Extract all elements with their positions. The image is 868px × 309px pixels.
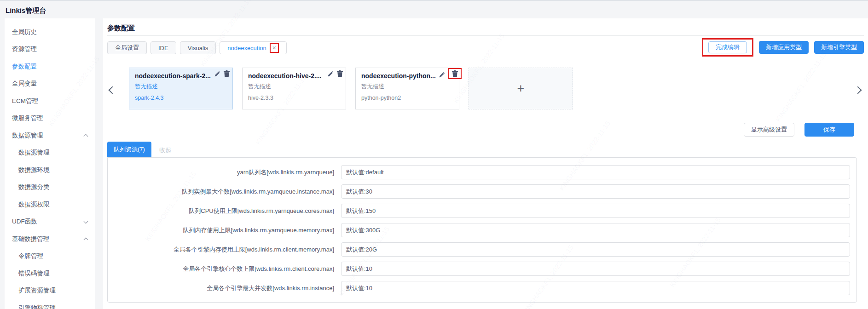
card-version: hive-2.3.3 (248, 95, 340, 101)
sidebar-item[interactable]: 扩展资源管理 (5, 282, 95, 300)
form-row: yarn队列名[wds.linkis.rm.yarnqueue] (108, 165, 856, 179)
sidebar-item-label: 基础数据管理 (12, 235, 84, 243)
sidebar-item[interactable]: UDF函数 (5, 213, 95, 231)
engine-card-list: nodeexecution-spark-2... 暂无描述 spark-2.4.… (129, 68, 459, 109)
app-header: Linkis管理台 (0, 0, 868, 18)
sidebar-item-label: UDF函数 (12, 217, 84, 226)
tab-label: IDE (158, 45, 168, 52)
sidebar-item[interactable]: 错误码管理 (5, 265, 95, 282)
config-label: 队列内存使用上限[wds.linkis.rm.yarnqueue.memory.… (108, 223, 334, 237)
top-actions: 完成编辑 新增应用类型 新增引擎类型 (702, 38, 864, 57)
sidebar-item-label: 令牌管理 (18, 252, 87, 260)
category-tab[interactable]: IDE × (150, 41, 176, 54)
chevron-left-icon[interactable] (109, 86, 116, 94)
show-advanced-button[interactable]: 显示高级设置 (744, 123, 794, 137)
sidebar-item-label: 数据源环境 (18, 166, 87, 174)
app-title: Linkis管理台 (6, 6, 46, 15)
card-description: 暂无描述 (248, 83, 340, 91)
category-tab[interactable]: 全局设置 × (107, 41, 147, 54)
chevron-icon[interactable] (84, 238, 88, 242)
sidebar-item[interactable]: 数据源分类 (5, 179, 95, 196)
card-title: nodeexecution-hive-2.... (248, 72, 327, 80)
add-engine-type-button[interactable]: 新增引擎类型 (814, 41, 864, 54)
sidebar-item-label: 全局变量 (12, 80, 87, 88)
sidebar-item[interactable]: 数据源环境 (5, 161, 95, 179)
sidebar-item-label: 微服务管理 (12, 114, 87, 122)
annotation-box: × (270, 43, 279, 53)
section-divider (107, 140, 857, 140)
sidebar-item-label: 数据源分类 (18, 183, 87, 191)
trash-icon[interactable] (448, 68, 462, 79)
config-input[interactable] (341, 281, 850, 295)
config-input[interactable] (341, 242, 850, 257)
settings-actions: 显示高级设置 保存 (744, 123, 854, 137)
form-row: 队列实例最大个数[wds.linkis.rm.yarnqueue.instanc… (108, 184, 856, 199)
page-title: 参数配置 (107, 24, 135, 33)
config-label: 队列CPU使用上限[wds.linkis.rm.yarnqueue.cores.… (108, 204, 334, 218)
engine-card[interactable]: nodeexecution-python... 暂无描述 python-pyth… (355, 68, 459, 109)
tab-queue-resources[interactable]: 队列资源(7) (107, 142, 151, 157)
config-input[interactable] (341, 204, 850, 218)
engine-card[interactable]: nodeexecution-hive-2.... 暂无描述 hive-2.3.3 (242, 68, 346, 109)
main-content: 参数配置 全局设置 × IDE × Visualis × nodeexecuti… (103, 18, 868, 309)
sidebar-item[interactable]: 资源管理 (5, 41, 95, 58)
sidebar-item[interactable]: 参数配置 (5, 58, 95, 75)
card-icons (214, 70, 230, 77)
config-input[interactable] (341, 165, 850, 179)
sidebar-item-label: 数据源权限 (18, 200, 87, 209)
card-description: 暂无描述 (135, 83, 227, 91)
sidebar-item-label: 扩展资源管理 (18, 286, 87, 295)
config-label: 全局各个引擎核心个数上限[wds.linkis.rm.client.core.m… (108, 262, 334, 276)
chevron-icon[interactable] (84, 134, 88, 139)
collapse-link[interactable]: 收起 (159, 146, 171, 154)
add-engine-card[interactable]: + (469, 68, 573, 109)
sidebar-item[interactable]: 令牌管理 (5, 248, 95, 265)
sidebar-item-label: 引擎物料管理 (18, 304, 87, 309)
sidebar-item-label: ECM管理 (12, 97, 87, 105)
sidebar-item[interactable]: 基础数据管理 (5, 230, 95, 248)
sidebar-item[interactable]: 全局变量 (5, 75, 95, 93)
sidebar-item[interactable]: 全局历史 (5, 23, 95, 41)
sidebar-item[interactable]: ECM管理 (5, 92, 95, 110)
config-label: 队列实例最大个数[wds.linkis.rm.yarnqueue.instanc… (108, 184, 334, 199)
card-description: 暂无描述 (361, 83, 453, 91)
sidebar-item-label: 参数配置 (12, 63, 87, 71)
trash-icon[interactable] (224, 70, 230, 77)
sidebar-item-label: 错误码管理 (18, 269, 87, 278)
annotation-box: 完成编辑 (702, 38, 753, 57)
add-app-type-button[interactable]: 新增应用类型 (759, 41, 809, 54)
sidebar-item[interactable]: 数据源管理 (5, 144, 95, 162)
sidebar-item[interactable]: 微服务管理 (5, 110, 95, 127)
form-row: 全局各个引擎最大并发数[wds.linkis.rm.instance] (108, 281, 856, 295)
plus-icon: + (517, 81, 525, 96)
category-tab[interactable]: nodeexecution × (220, 41, 287, 54)
close-icon[interactable]: × (272, 44, 276, 52)
engine-cards: nodeexecution-spark-2... 暂无描述 spark-2.4.… (129, 68, 573, 109)
form-row: 队列CPU使用上限[wds.linkis.rm.yarnqueue.cores.… (108, 204, 856, 218)
config-input[interactable] (341, 184, 850, 199)
pencil-icon[interactable] (328, 71, 334, 77)
tab-label: 全局设置 (115, 44, 139, 52)
chevron-right-icon[interactable] (854, 86, 862, 94)
sidebar-item[interactable]: 数据源管理 (5, 127, 95, 144)
title-divider (107, 35, 864, 36)
sidebar-item[interactable]: 数据源权限 (5, 196, 95, 213)
card-version: python-python2 (361, 95, 453, 101)
engine-card[interactable]: nodeexecution-spark-2... 暂无描述 spark-2.4.… (129, 68, 233, 109)
config-input[interactable] (341, 262, 850, 276)
category-tab[interactable]: Visualis × (180, 41, 216, 54)
sidebar-item[interactable]: 引擎物料管理 (5, 299, 95, 309)
form-row: 全局各个引擎核心个数上限[wds.linkis.rm.client.core.m… (108, 262, 856, 276)
config-input[interactable] (341, 223, 850, 237)
form-row: 队列内存使用上限[wds.linkis.rm.yarnqueue.memory.… (108, 223, 856, 237)
save-button[interactable]: 保存 (804, 123, 854, 137)
card-icons (328, 70, 343, 77)
pencil-icon[interactable] (439, 72, 445, 78)
chevron-icon[interactable] (84, 219, 88, 223)
pencil-icon[interactable] (214, 71, 220, 77)
tab-label: nodeexecution (227, 45, 266, 52)
finish-edit-button[interactable]: 完成编辑 (708, 41, 747, 53)
sidebar-item-label: 资源管理 (12, 45, 87, 53)
trash-icon[interactable] (337, 70, 343, 77)
category-tabs: 全局设置 × IDE × Visualis × nodeexecution × (107, 41, 290, 54)
